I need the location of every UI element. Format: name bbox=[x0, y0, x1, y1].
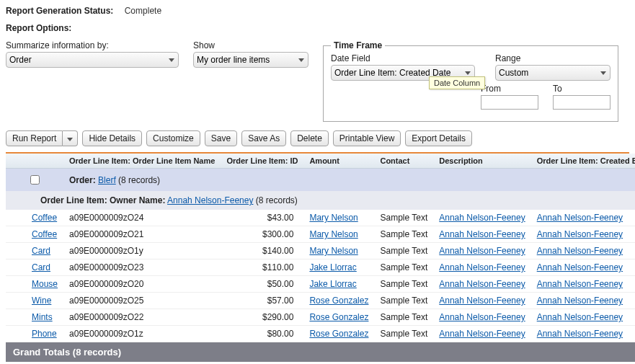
row-contact-link[interactable]: Mary Nelson bbox=[309, 213, 358, 223]
row-description: Sample Text bbox=[374, 226, 433, 243]
row-modified-by-link[interactable]: Annah Nelson-Feeney bbox=[537, 312, 623, 322]
row-created-by-link[interactable]: Annah Nelson-Feeney bbox=[439, 329, 525, 339]
grand-totals-row: Grand Totals (8 records) bbox=[6, 342, 635, 363]
row-created-by-link[interactable]: Annah Nelson-Feeney bbox=[439, 312, 525, 322]
table-row: Coffeea09E0000009zO21$300.00Mary NelsonS… bbox=[6, 226, 635, 243]
save-button[interactable]: Save bbox=[205, 130, 237, 146]
range-label: Range bbox=[495, 53, 610, 63]
subgroup-owner-link[interactable]: Annah Nelson-Feeney bbox=[167, 195, 253, 205]
row-created-by-link[interactable]: Annah Nelson-Feeney bbox=[439, 279, 525, 289]
grand-totals-text: Grand Totals (8 records) bbox=[6, 342, 635, 363]
row-name-link[interactable]: Wine bbox=[32, 296, 51, 306]
table-row: Coffeea09E0000009zO24$43.00Mary NelsonSa… bbox=[6, 210, 635, 226]
group-order-link[interactable]: Blerf bbox=[98, 175, 116, 185]
row-name-link[interactable]: Coffee bbox=[32, 229, 57, 239]
row-amount: $43.00 bbox=[221, 210, 303, 226]
report-grid: Order Line Item: Order Line Item Name Or… bbox=[6, 154, 635, 362]
row-description: Sample Text bbox=[374, 326, 433, 342]
group-row-order: Order: Blerf (8 records) bbox=[6, 169, 635, 192]
table-row: Phonea09E0000009zO1z$80.00Rose GonzalezS… bbox=[6, 326, 635, 342]
printable-view-button[interactable]: Printable View bbox=[333, 130, 401, 146]
row-amount: $290.00 bbox=[221, 309, 303, 326]
from-input[interactable] bbox=[481, 95, 538, 110]
from-label: From bbox=[481, 84, 538, 94]
row-description: Sample Text bbox=[374, 210, 433, 226]
summarize-by-select[interactable]: Order bbox=[6, 52, 179, 68]
table-row: Carda09E0000009zO23$110.00Jake LlorracSa… bbox=[6, 259, 635, 276]
row-created-by-link[interactable]: Annah Nelson-Feeney bbox=[439, 246, 525, 256]
delete-button[interactable]: Delete bbox=[290, 130, 329, 146]
save-as-button[interactable]: Save As bbox=[241, 130, 286, 146]
row-contact-link[interactable]: Rose Gonzalez bbox=[309, 312, 368, 322]
row-amount: $57.00 bbox=[221, 293, 303, 309]
row-name-link[interactable]: Card bbox=[32, 246, 50, 256]
row-created-by-link[interactable]: Annah Nelson-Feeney bbox=[439, 296, 525, 306]
export-details-button[interactable]: Export Details bbox=[405, 130, 472, 146]
row-name-link[interactable]: Mouse bbox=[32, 279, 58, 289]
time-frame-fieldset: Time Frame Date Field Order Line Item: C… bbox=[323, 40, 618, 122]
hide-details-button[interactable]: Hide Details bbox=[82, 130, 142, 146]
run-report-menu-button[interactable] bbox=[63, 130, 78, 146]
column-id-header[interactable]: Order Line Item: ID bbox=[221, 154, 303, 169]
row-id: a09E0000009zO25 bbox=[63, 293, 221, 309]
row-id: a09E0000009zO20 bbox=[63, 276, 221, 293]
row-name-link[interactable]: Phone bbox=[32, 329, 57, 339]
row-created-by-link[interactable]: Annah Nelson-Feeney bbox=[439, 229, 525, 239]
row-contact-link[interactable]: Mary Nelson bbox=[309, 246, 358, 256]
row-id: a09E0000009zO22 bbox=[63, 309, 221, 326]
row-name-link[interactable]: Card bbox=[32, 262, 50, 272]
row-created-by-link[interactable]: Annah Nelson-Feeney bbox=[439, 262, 525, 272]
group-count: (8 records) bbox=[118, 175, 160, 185]
column-contact-header[interactable]: Contact bbox=[374, 154, 433, 169]
column-created-by-header[interactable]: Order Line Item: Created By bbox=[531, 154, 635, 169]
group-prefix: Order: bbox=[69, 175, 96, 185]
row-description: Sample Text bbox=[374, 243, 433, 259]
row-modified-by-link[interactable]: Annah Nelson-Feeney bbox=[537, 262, 623, 272]
row-contact-link[interactable]: Rose Gonzalez bbox=[309, 296, 368, 306]
column-checkbox-header bbox=[6, 154, 63, 169]
row-id: a09E0000009zO1z bbox=[63, 326, 221, 342]
to-label: To bbox=[553, 84, 610, 94]
row-name-link[interactable]: Mints bbox=[32, 312, 53, 322]
table-row: Mintsa09E0000009zO22$290.00Rose Gonzalez… bbox=[6, 309, 635, 326]
row-modified-by-link[interactable]: Annah Nelson-Feeney bbox=[537, 296, 623, 306]
show-select[interactable]: My order line items bbox=[193, 52, 308, 68]
report-status: Report Generation Status: Complete bbox=[6, 6, 629, 16]
report-toolbar: Run Report Hide Details Customize Save S… bbox=[6, 130, 629, 146]
subgroup-prefix: Order Line Item: Owner Name: bbox=[40, 195, 165, 205]
report-options-row: Summarize information by: Order Show My … bbox=[6, 40, 629, 122]
summarize-by-label: Summarize information by: bbox=[6, 40, 179, 50]
row-modified-by-link[interactable]: Annah Nelson-Feeney bbox=[537, 329, 623, 339]
row-id: a09E0000009zO1y bbox=[63, 243, 221, 259]
group-checkbox[interactable] bbox=[30, 175, 40, 185]
chevron-down-icon bbox=[67, 138, 73, 141]
to-input[interactable] bbox=[553, 95, 610, 110]
table-row: Carda09E0000009zO1y$140.00Mary NelsonSam… bbox=[6, 243, 635, 259]
row-contact-link[interactable]: Rose Gonzalez bbox=[309, 329, 368, 339]
run-report-button[interactable]: Run Report bbox=[6, 130, 63, 146]
column-name-header[interactable]: Order Line Item: Order Line Item Name bbox=[63, 154, 221, 169]
row-amount: $300.00 bbox=[221, 226, 303, 243]
row-amount: $50.00 bbox=[221, 276, 303, 293]
row-modified-by-link[interactable]: Annah Nelson-Feeney bbox=[537, 246, 623, 256]
table-row: Mousea09E0000009zO20$50.00Jake LlorracSa… bbox=[6, 276, 635, 293]
report-options-label: Report Options: bbox=[6, 23, 629, 33]
column-description-header[interactable]: Description bbox=[433, 154, 530, 169]
column-amount-header[interactable]: Amount bbox=[303, 154, 374, 169]
show-label: Show bbox=[193, 40, 308, 50]
row-modified-by-link[interactable]: Annah Nelson-Feeney bbox=[537, 279, 623, 289]
row-created-by-link[interactable]: Annah Nelson-Feeney bbox=[439, 213, 525, 223]
row-modified-by-link[interactable]: Annah Nelson-Feeney bbox=[537, 213, 623, 223]
range-select[interactable]: Custom bbox=[495, 65, 610, 81]
row-amount: $140.00 bbox=[221, 243, 303, 259]
row-modified-by-link[interactable]: Annah Nelson-Feeney bbox=[537, 229, 623, 239]
row-amount: $80.00 bbox=[221, 326, 303, 342]
row-id: a09E0000009zO21 bbox=[63, 226, 221, 243]
row-contact-link[interactable]: Mary Nelson bbox=[309, 229, 358, 239]
customize-button[interactable]: Customize bbox=[146, 130, 200, 146]
row-contact-link[interactable]: Jake Llorrac bbox=[309, 279, 356, 289]
row-name-link[interactable]: Coffee bbox=[32, 213, 57, 223]
row-contact-link[interactable]: Jake Llorrac bbox=[309, 262, 356, 272]
report-status-label: Report Generation Status: bbox=[6, 6, 113, 16]
row-id: a09E0000009zO23 bbox=[63, 259, 221, 276]
